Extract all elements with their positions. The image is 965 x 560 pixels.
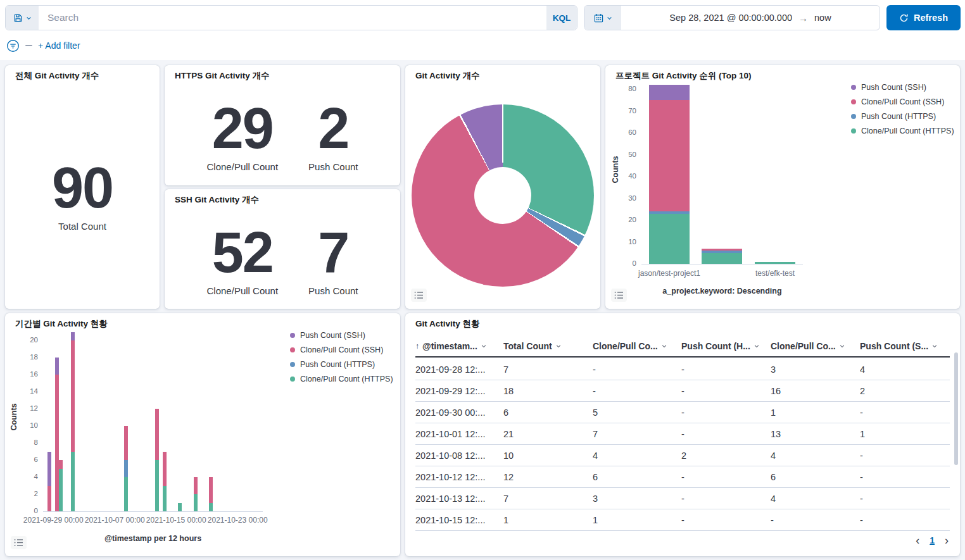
panel-title: 전체 Git Activity 개수 bbox=[15, 70, 99, 82]
bar-segment[interactable] bbox=[702, 249, 742, 251]
table-cell: - bbox=[593, 386, 681, 396]
bar-segment[interactable] bbox=[178, 503, 182, 512]
column-header[interactable]: Clone/Pull Co... bbox=[771, 341, 860, 351]
bar-segment[interactable] bbox=[702, 253, 742, 264]
metric-value: 29 bbox=[207, 100, 279, 157]
legend-label: Clone/Pull Count (HTTPS) bbox=[861, 127, 954, 135]
legend-dot bbox=[851, 114, 856, 119]
table-cell: 2021-10-13 12:... bbox=[415, 494, 503, 504]
metric-label: Clone/Pull Count bbox=[207, 161, 279, 172]
bar-segment[interactable] bbox=[163, 486, 167, 512]
bar-segment[interactable] bbox=[194, 477, 198, 494]
y-axis-tick-label: 50 bbox=[605, 151, 636, 158]
y-axis-tick-label: 40 bbox=[605, 172, 636, 180]
panel-title: SSH Git Activity 개수 bbox=[175, 194, 259, 206]
next-page-button[interactable]: › bbox=[945, 535, 949, 546]
bar-segment[interactable] bbox=[649, 211, 690, 214]
bar-segment[interactable] bbox=[155, 460, 159, 511]
panel-https-git-activity: HTTPS Git Activity 개수 29 Clone/Pull Coun… bbox=[165, 65, 400, 185]
bar-segment[interactable] bbox=[649, 100, 690, 211]
bar-segment[interactable] bbox=[649, 214, 690, 264]
scrollbar-thumb[interactable] bbox=[954, 352, 958, 465]
bar-segment[interactable] bbox=[47, 486, 51, 512]
donut-chart[interactable] bbox=[412, 104, 594, 287]
bar-segment[interactable] bbox=[702, 251, 742, 253]
refresh-button[interactable]: Refresh bbox=[886, 5, 961, 30]
bar-segment[interactable] bbox=[71, 340, 75, 452]
bar-segment[interactable] bbox=[194, 494, 198, 511]
column-header[interactable]: Clone/Pull Co... bbox=[593, 341, 681, 351]
calendar-dropdown-button[interactable] bbox=[584, 6, 621, 30]
table-cell: 3 bbox=[593, 494, 681, 504]
bar-segment[interactable] bbox=[163, 452, 167, 486]
table-cell: 2021-09-29 12:... bbox=[415, 386, 503, 396]
table-cell: 1 bbox=[593, 515, 681, 525]
table-cell: 2021-10-12 12:... bbox=[415, 472, 503, 482]
table-cell: - bbox=[681, 429, 771, 439]
legend-item[interactable]: Clone/Pull Count (HTTPS) bbox=[851, 127, 954, 135]
table-cell: 1 bbox=[771, 408, 860, 418]
bar-segment[interactable] bbox=[59, 460, 63, 469]
metric-value: 52 bbox=[207, 224, 279, 281]
legend-item[interactable]: Push Count (SSH) bbox=[851, 83, 954, 92]
bar-segment[interactable] bbox=[124, 426, 128, 460]
bar-segment[interactable] bbox=[124, 460, 128, 477]
bar-segment[interactable] bbox=[649, 85, 690, 100]
column-header[interactable]: Push Count (S... bbox=[860, 341, 950, 351]
column-header-label: Push Count (H... bbox=[681, 341, 750, 351]
kql-badge[interactable]: KQL bbox=[546, 6, 577, 30]
bar-segment[interactable] bbox=[155, 409, 159, 460]
saved-query-button[interactable] bbox=[6, 6, 39, 30]
legend-dot bbox=[290, 333, 295, 338]
table-cell: 4 bbox=[771, 451, 860, 461]
chevron-down-icon[interactable] bbox=[931, 343, 938, 349]
column-header[interactable]: Push Count (H... bbox=[681, 341, 771, 351]
legend-dot bbox=[290, 376, 295, 382]
previous-page-button[interactable]: ‹ bbox=[916, 535, 919, 546]
legend-item[interactable]: Clone/Pull Count (HTTPS) bbox=[290, 375, 393, 383]
legend-toggle-button[interactable] bbox=[611, 289, 627, 302]
column-header[interactable]: Total Count bbox=[503, 341, 593, 351]
legend-toggle-button[interactable] bbox=[11, 536, 27, 549]
chevron-down-icon[interactable] bbox=[839, 343, 845, 349]
y-axis-tick-label: 70 bbox=[605, 107, 636, 115]
panel-title: Git Activity 개수 bbox=[415, 70, 480, 82]
sort-ascending-icon: ↑ bbox=[415, 342, 419, 351]
date-end[interactable]: now bbox=[814, 13, 831, 23]
metric-total: 90 Total Count bbox=[52, 159, 113, 232]
bar-segment[interactable] bbox=[71, 332, 75, 341]
legend-item[interactable]: Push Count (SSH) bbox=[290, 331, 393, 340]
bar-segment[interactable] bbox=[209, 503, 213, 512]
add-filter-button[interactable]: + Add filter bbox=[38, 40, 80, 51]
legend-item[interactable]: Clone/Pull Count (SSH) bbox=[290, 345, 393, 354]
bar-segment[interactable] bbox=[59, 469, 63, 512]
table-cell: 2021-09-30 00:... bbox=[415, 408, 503, 418]
table-cell: 2021-10-15 12:... bbox=[415, 515, 503, 525]
bar-segment[interactable] bbox=[755, 262, 795, 264]
chevron-down-icon[interactable] bbox=[555, 343, 562, 349]
chevron-down-icon[interactable] bbox=[661, 343, 667, 349]
bar-segment[interactable] bbox=[47, 452, 51, 486]
date-start[interactable]: Sep 28, 2021 @ 00:00:00.000 bbox=[669, 13, 792, 23]
table-cell: 4 bbox=[860, 364, 950, 375]
chevron-down-icon[interactable] bbox=[481, 343, 487, 349]
legend-item[interactable]: Push Count (HTTPS) bbox=[851, 112, 954, 121]
filter-icon[interactable] bbox=[6, 39, 20, 53]
y-axis-tick-label: 0 bbox=[605, 259, 636, 267]
chevron-down-icon[interactable] bbox=[754, 343, 760, 349]
bar-segment[interactable] bbox=[209, 477, 213, 503]
bar-segment[interactable] bbox=[55, 358, 59, 375]
legend-item[interactable]: Clone/Pull Count (SSH) bbox=[851, 97, 954, 106]
y-axis-tick-label: 80 bbox=[605, 85, 636, 92]
table-cell: 10 bbox=[503, 451, 593, 461]
table-cell: - bbox=[860, 408, 950, 418]
column-header[interactable]: ↑@timestam... bbox=[415, 341, 503, 351]
page-number-button[interactable]: 1 bbox=[930, 535, 935, 545]
bar-segment[interactable] bbox=[55, 375, 59, 511]
legend-item[interactable]: Push Count (HTTPS) bbox=[290, 360, 393, 369]
bar-segment[interactable] bbox=[124, 477, 128, 511]
legend-toggle-button[interactable] bbox=[411, 289, 427, 302]
bar-segment[interactable] bbox=[71, 452, 75, 512]
table-header-row: ↑@timestam...Total CountClone/Pull Co...… bbox=[415, 336, 950, 358]
search-input[interactable] bbox=[39, 6, 546, 30]
